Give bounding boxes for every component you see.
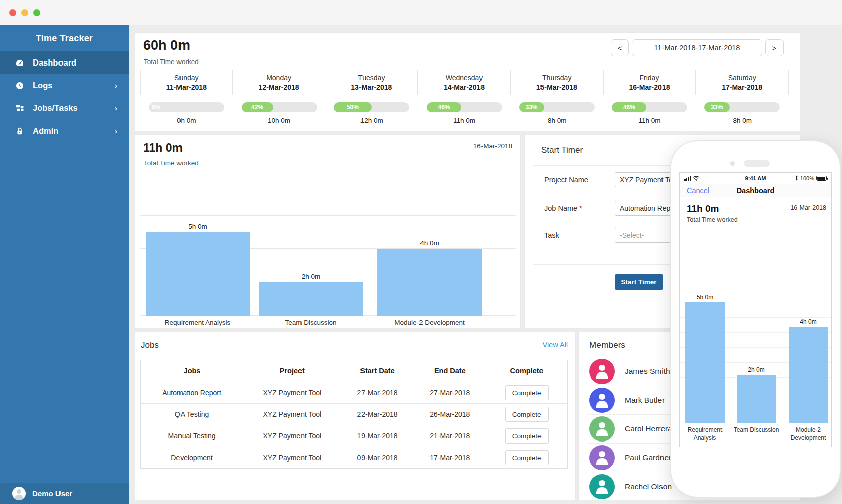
member-avatar (589, 359, 615, 384)
day-time: 11h 0m (418, 117, 511, 124)
day-name: Tuesday (358, 74, 385, 82)
x-axis-label: Team Discussion (259, 319, 363, 327)
day-date: 14-Mar-2018 (444, 83, 485, 91)
phone-camera-icon (730, 161, 735, 166)
complete-button[interactable]: Complete (505, 385, 549, 400)
day-total-label: Total Time worked (144, 159, 199, 167)
table-row: DevelopmentXYZ Payment Tool09-Mar-201817… (141, 447, 567, 468)
day-date: 11-Mar-2018 (166, 83, 207, 91)
phone-speaker-icon (744, 160, 770, 167)
day-column: Monday12-Mar-201842%10h 0m (233, 70, 326, 124)
phone-bar-chart: Requirement Analysis Team Discussion Mod… (680, 257, 831, 423)
progress-percent: 33% (704, 102, 730, 112)
progress-percent: 46% (427, 102, 461, 112)
jobs-table: Jobs Project Start Date End Date Complet… (140, 360, 568, 469)
member-name: Carol Herrera (625, 424, 672, 433)
day-time: 10h 0m (233, 117, 326, 124)
day-header: Tuesday13-Mar-2018 (325, 70, 418, 95)
window-titlebar (0, 0, 842, 25)
close-window-icon[interactable] (9, 9, 16, 16)
sidebar-item-admin[interactable]: Admin › (0, 119, 129, 142)
minimize-window-icon[interactable] (21, 9, 28, 16)
job-cell: Automation Report (141, 382, 243, 403)
bar-value-label: 5h 0m (146, 223, 250, 230)
phone-total-label: Total Time worked (687, 216, 738, 223)
phone-total-time: 11h 0m (687, 203, 719, 214)
battery-percent: 100% (800, 175, 814, 181)
member-name: James Smith (625, 367, 670, 376)
day-progress-bar: 33% (704, 102, 780, 112)
day-time: 8h 0m (696, 117, 789, 124)
day-name: Monday (266, 74, 291, 82)
day-name: Thursday (542, 74, 571, 82)
project-cell: XYZ Payment Tool (243, 404, 341, 425)
day-name: Wednesday (446, 74, 483, 82)
weekly-summary-panel: 60h 0m Total Time worked < 11-Mar-2018-1… (135, 32, 800, 131)
sidebar-item-label: Admin (33, 126, 58, 136)
day-date: 12-Mar-2018 (259, 83, 299, 91)
sidebar: Time Tracker Dashboard Logs › Jobs/Tasks… (0, 25, 129, 504)
x-axis-label: Module-2 Development (377, 319, 482, 327)
jobs-table-header: Jobs Project Start Date End Date Complet… (141, 360, 567, 382)
progress-percent: 50% (334, 102, 372, 112)
app-window: Time Tracker Dashboard Logs › Jobs/Tasks… (0, 0, 842, 504)
phone-mockup: 9:41 AM 100% Cancel Dashboard 11h 0m Tot… (670, 140, 841, 498)
day-column: Thursday15-Mar-201833%8h 0m (511, 70, 604, 124)
end-date-cell: 21-Mar-2018 (413, 425, 486, 447)
day-column: Wednesday14-Mar-201846%11h 0m (418, 70, 511, 124)
zoom-window-icon[interactable] (33, 9, 40, 16)
x-axis-label: Team Discussion (729, 426, 784, 434)
start-date-cell: 09-Mar-2018 (341, 447, 414, 468)
day-date: 17-Mar-2018 (721, 83, 762, 91)
progress-percent: 46% (612, 102, 646, 112)
week-total-time: 60h 0m (143, 38, 190, 53)
view-all-link[interactable]: View All (542, 341, 568, 349)
next-week-button[interactable]: > (765, 39, 784, 56)
column-header: Start Date (341, 360, 414, 382)
table-row: Manual TestingXYZ Payment Tool19-Mar-201… (141, 425, 567, 447)
user-avatar (12, 487, 26, 500)
lock-icon (14, 125, 25, 137)
start-date-cell: 22-Mar-2018 (341, 404, 414, 425)
phone-status-right: 100% (795, 175, 827, 182)
day-time: 0h 0m (140, 117, 233, 124)
day-header: Friday16-Mar-2018 (604, 70, 696, 95)
job-name-label: Job Name* (544, 201, 582, 216)
progress-percent: 33% (519, 102, 545, 112)
member-name: Rachel Olson (625, 482, 672, 491)
sidebar-item-label: Jobs/Tasks (33, 103, 78, 113)
complete-button[interactable]: Complete (505, 428, 549, 444)
sidebar-item-logs[interactable]: Logs › (0, 74, 129, 97)
day-header: Thursday15-Mar-2018 (511, 70, 604, 95)
member-avatar (589, 445, 615, 470)
end-date-cell: 26-Mar-2018 (413, 404, 486, 425)
day-date: 16-Mar-2018 (629, 83, 670, 91)
user-name: Demo User (32, 489, 72, 498)
column-header: Project (243, 360, 341, 382)
required-asterisk: * (579, 204, 582, 212)
project-cell: XYZ Payment Tool (243, 425, 341, 447)
prev-week-button[interactable]: < (611, 39, 629, 56)
day-name: Sunday (174, 74, 198, 82)
complete-button[interactable]: Complete (505, 407, 549, 422)
sidebar-item-dashboard[interactable]: Dashboard (0, 51, 129, 74)
job-cell: QA Testing (141, 404, 243, 425)
phone-status-bar: 9:41 AM 100% (680, 173, 831, 184)
project-cell: XYZ Payment Tool (243, 382, 341, 403)
chart-bar: 2h 0m (737, 375, 776, 423)
user-profile[interactable]: Demo User (0, 483, 129, 504)
project-name-label: Project Name (544, 172, 588, 187)
end-date-cell: 27-Mar-2018 (413, 382, 486, 403)
day-date: 15-Mar-2018 (536, 83, 577, 91)
date-range-field[interactable]: 11-Mar-2018-17-Mar-2018 (632, 39, 762, 56)
sidebar-item-jobs-tasks[interactable]: Jobs/Tasks › (0, 97, 129, 119)
member-name: Mark Butler (625, 396, 665, 405)
x-axis-label: Requirement Analysis (146, 319, 250, 327)
phone-chart-date: 16-Mar-2018 (790, 204, 826, 211)
member-name: Paul Gardner (625, 453, 671, 462)
start-timer-button[interactable]: Start Timer (615, 274, 663, 290)
tasks-icon (14, 103, 25, 114)
day-column: Saturday17-Mar-201833%8h 0m (696, 70, 789, 124)
complete-button[interactable]: Complete (505, 450, 549, 465)
day-progress-bar: 50% (334, 102, 409, 112)
